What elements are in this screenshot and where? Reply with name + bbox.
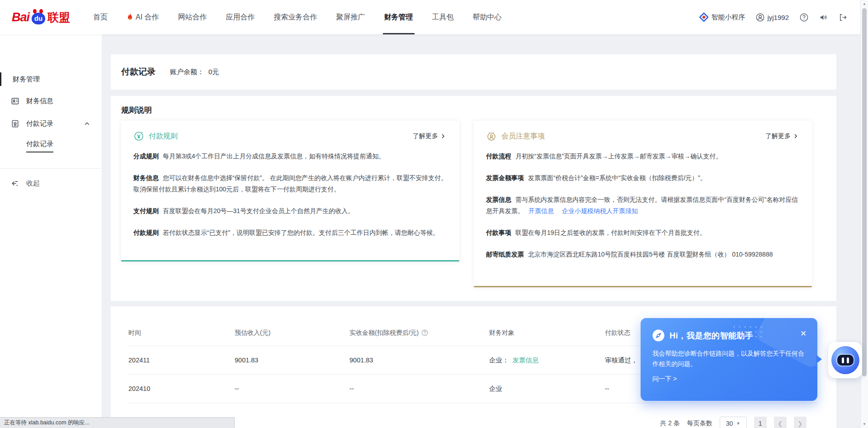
rule-paragraph: 财务信息您可以在财务信息中选择“保留付款”。 在此期间您产生的收入将在账户内进行… [133,172,448,195]
member-icon [486,131,497,142]
rule-text: 每月第3或4个工作日产出上月分成信息及发票信息，如有特殊情况将提前通知。 [163,152,385,160]
robot-eye [847,357,849,363]
total-count: 共 2 条 [660,419,680,428]
nav-label: 聚屏推广 [336,13,365,22]
caret-down-icon: ▼ [736,421,740,426]
rule-label: 分成规则 [133,152,159,160]
miniapp-diamond-icon [699,13,708,22]
flame-icon [127,13,133,21]
robot-face [837,355,854,366]
collapse-label: 收起 [26,179,40,188]
rule-paragraph: 付款事项联盟在每月19日之后签收的发票，付款时间安排在下个月首批支付。 [486,227,800,238]
learn-more-link[interactable]: 了解更多 [765,132,798,140]
assistant-popup: Hi，我是您的智能助手 ✕ 我会帮助您诊断合作链路问题，以及解答您关于任何合作相… [641,318,817,401]
collapse-icon [11,179,19,188]
sidebar-subitem-payment-records[interactable]: 付款记录 [0,140,102,152]
user-account[interactable]: jyj1992 [756,13,789,22]
nav-item-ai-coop[interactable]: AI 合作 [117,0,169,34]
card-body: 分成规则每月第3或4个工作日产出上月分成信息及发票信息，如有特殊情况将提前通知。… [121,142,459,238]
miniapp-entry[interactable]: 智能小程序 [699,13,745,22]
help-icon [800,13,808,22]
cell-finance-object: 企业 [489,385,605,393]
nav-label: 网站合作 [178,13,207,22]
scroll-down-arrow[interactable]: ▼ [861,422,868,426]
rule-paragraph: 发票金额事项发票票面“价税合计”金额=系统中“实收金额（扣除税费后/元）”。 [486,172,800,184]
cell-received: 9001.83 [349,357,489,364]
account-balance: 账户余额：0元 [170,68,219,76]
nav-item-screen-ads[interactable]: 聚屏推广 [327,0,375,34]
ask-now-link[interactable]: 问一下 > [641,369,817,383]
logo-text-lianmeng: 联盟 [47,10,70,25]
rule-label: 发票金额事项 [486,174,524,181]
sidebar-item-label: 付款记录 [26,119,53,128]
col-finance-object: 财务对象 [489,329,605,337]
finance-info-icon [11,97,19,105]
rule-paragraph: 付款流程月初按“发票信息”页面开具发票→上传发票→邮寄发票→审核→确认支付。 [486,151,800,162]
help-button[interactable] [800,13,808,22]
scroll-up-arrow[interactable]: ▲ [861,2,868,6]
rule-label: 发票信息 [486,196,511,203]
cell-finance-object: 企业：发票信息 [489,356,605,365]
nav-item-app-coop[interactable]: 应用合作 [217,0,264,34]
prev-page-button[interactable]: ❮ [774,417,787,428]
nav-label: 财务管理 [384,13,413,22]
sidebar-item-finance-info[interactable]: 财务信息 [0,95,102,107]
page-number-button[interactable]: 1 [754,417,767,428]
finance-prefix: 企业： [489,357,509,364]
sound-button[interactable] [819,13,828,22]
rule-text: 发票票面“价税合计”金额=系统中“实收金额（扣除税费后/元）”。 [528,174,707,181]
compass-icon [652,329,665,342]
assistant-robot-button[interactable] [828,342,862,378]
sidebar-subitem-label: 付款记录 [26,140,53,152]
logout-button[interactable] [839,13,847,22]
baidu-union-logo[interactable]: Bai du 联盟 [12,9,70,25]
left-sidebar: 财务管理 财务信息 付款记录 付款记录 收起 [0,34,102,428]
card-header: 付款规则 了解更多 [121,121,459,142]
pagination-bar: 共 2 条 每页条数 30 ▼ 1 ❮ ❯ [660,417,807,428]
card-header: 会员注意事项 了解更多 [474,121,812,142]
cell-received: -- [349,385,489,392]
main-nav: 首页 AI 合作 网站合作 应用合作 搜索业务合作 聚屏推广 财务管理 工具包 … [84,0,511,34]
help-circle-icon[interactable] [421,329,428,336]
invoice-info-cell-link[interactable]: 发票信息 [513,357,539,364]
rule-text: 您可以在财务信息中选择“保留付款”。 在此期间您产生的收入将在账户内进行累计，联… [133,174,447,193]
balance-value: 0元 [208,68,219,76]
sidebar-divider [0,168,102,169]
small-taxpayer-guide-link[interactable]: 企业小规模纳税人开票须知 [562,207,638,214]
rule-label: 邮寄纸质发票 [486,251,524,258]
chevron-right-icon [440,133,446,139]
nav-item-toolkit[interactable]: 工具包 [423,0,463,34]
sidebar-item-label: 财务信息 [26,97,53,105]
learn-more-label: 了解更多 [765,132,791,140]
user-icon [756,13,764,22]
rule-text: 若付款状态显示“已支付”，说明联盟已安排了您的付款。支付后三个工作日内到帐，请您… [163,229,439,236]
baidu-paw-icon: du [30,9,47,25]
cell-estimated: 9001.83 [235,357,349,364]
header-right-tools: 智能小程序 jyj1992 [699,13,847,22]
scrollbar-thumb[interactable] [862,8,867,376]
logo-text-bai: Bai [12,10,29,24]
rules-heading: 规则说明 [121,105,152,115]
nav-item-search-coop[interactable]: 搜索业务合作 [264,0,327,34]
rule-paragraph: 邮寄纸质发票北京市海淀区西北旺东路10号院百度科技园5号楼 百度联盟财务组（收）… [486,249,800,260]
nav-item-home[interactable]: 首页 [84,0,117,34]
rule-text: 联盟在每月19日之后签收的发票，付款时间安排在下个月首批支付。 [515,229,706,236]
sidebar-collapse-button[interactable]: 收起 [0,177,102,190]
per-page-select[interactable]: 30 ▼ [720,417,747,428]
sidebar-section-label: 财务管理 [13,75,40,84]
col-estimated-income: 预估收入(元) [235,329,349,337]
cell-time: 202411 [128,357,235,364]
chevron-left-icon: ❮ [778,420,783,427]
nav-item-help-center[interactable]: 帮助中心 [463,0,511,34]
nav-label: 搜索业务合作 [274,13,317,22]
assistant-title: Hi，我是您的智能助手 [670,330,754,341]
nav-item-finance[interactable]: 财务管理 [375,0,423,34]
sidebar-section-finance[interactable]: 财务管理 [0,73,102,86]
next-page-button[interactable]: ❯ [794,417,807,428]
nav-item-website-coop[interactable]: 网站合作 [169,0,217,34]
close-icon[interactable]: ✕ [799,330,807,338]
learn-more-link[interactable]: 了解更多 [413,132,446,140]
rule-label: 付款流程 [486,152,511,160]
sidebar-item-payment-records[interactable]: 付款记录 [0,117,102,130]
invoice-info-link[interactable]: 开票信息 [528,207,554,214]
